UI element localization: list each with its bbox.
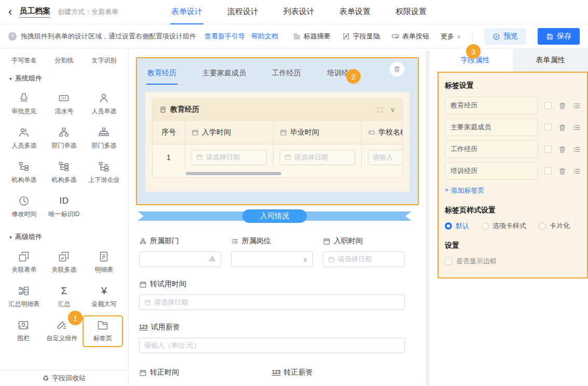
end-date-input[interactable]: 请选择日期 <box>280 150 355 165</box>
trash-icon[interactable] <box>558 124 566 131</box>
component-divider-line[interactable]: 分割线 <box>44 56 84 65</box>
component-department-single[interactable]: 部门单选 <box>44 126 84 150</box>
field-visibility-button[interactable]: 字段显隐 <box>342 32 380 41</box>
component-summary-detail-table[interactable]: 汇总明细表 <box>4 285 44 309</box>
widget-tab-education[interactable]: 教育经历 <box>146 63 177 85</box>
section-system-components[interactable]: ▾ 系统组件 <box>0 66 128 87</box>
tab-form-properties[interactable]: 表单属性 <box>513 49 588 72</box>
school-name-input[interactable]: 请输入 <box>368 150 403 165</box>
widget-tab-work[interactable]: 工作经历 <box>271 63 302 85</box>
component-label: 关联多选 <box>51 265 76 274</box>
tab-flow-design[interactable]: 流程设计 <box>226 0 259 24</box>
list-settings-icon[interactable] <box>573 124 581 131</box>
placeholder-text: 请选择日期 <box>206 153 240 162</box>
trial-salary-input[interactable]: 请输入（单位:元） <box>139 338 405 353</box>
guide-link[interactable]: 查看新手引导 <box>204 32 245 41</box>
component-org-single[interactable]: 机构单选 <box>4 161 44 184</box>
trash-icon[interactable] <box>558 145 566 153</box>
show-border-option[interactable]: 是否显示边框 <box>445 257 581 266</box>
component-unique-id[interactable]: ID 唯一标识ID <box>44 195 84 219</box>
placeholder-text: 请输入（单位:元） <box>144 341 200 350</box>
component-person-single[interactable]: 人员单选 <box>84 92 124 116</box>
preview-button[interactable]: 预览 <box>484 28 526 45</box>
row-index: 1 <box>167 153 171 162</box>
tab-label-input-education[interactable]: 教育经历 <box>445 97 538 114</box>
tab-label-row: 培训经历 <box>445 162 581 180</box>
tab-label-checkbox[interactable] <box>544 124 552 131</box>
form-designer-app: ‹ 员工档案 创建方式：全新表单 表单设计 流程设计 列表设计 表单设置 权限设… <box>0 0 588 386</box>
more-button[interactable]: 更多 ∨ <box>441 32 461 41</box>
section-advanced-components[interactable]: ▾ 高级组件 <box>0 224 128 246</box>
calendar-icon <box>192 129 199 136</box>
tab-content-panel: 教育经历 ∨ 序号 入学时间 <box>145 92 409 192</box>
tab-list-design[interactable]: 列表设计 <box>282 0 316 24</box>
page-title[interactable]: 员工档案 <box>19 6 50 18</box>
add-tab-link[interactable]: + 添加标签页 <box>445 186 581 195</box>
field-recycle-bin[interactable]: ♻ 字段回收站 <box>0 370 128 386</box>
form-buttons-button[interactable]: 表单按钮 <box>391 32 429 41</box>
component-label: 机构单选 <box>11 176 36 184</box>
canvas-scrollbar[interactable] <box>426 51 430 386</box>
component-serial-number[interactable]: 流水号 <box>44 92 84 116</box>
widget-tab-family[interactable]: 主要家庭成员 <box>201 63 247 85</box>
save-button[interactable]: 保存 <box>538 28 580 45</box>
back-icon[interactable]: ‹ <box>8 7 12 17</box>
delete-widget-button[interactable] <box>390 62 404 76</box>
title-summary-button[interactable]: 标题摘要 <box>293 32 331 41</box>
docs-link[interactable]: 帮助文档 <box>251 32 278 41</box>
step-badge-1: 1 <box>68 311 83 325</box>
form-buttons-icon <box>391 32 400 41</box>
component-amount-in-words[interactable]: ¥ 金额大写 <box>84 285 124 309</box>
trash-icon[interactable] <box>558 102 566 110</box>
radio-tab-card-style[interactable]: 选项卡样式 <box>482 221 526 231</box>
component-label: 金额大写 <box>91 300 116 309</box>
component-summary[interactable]: Σ 汇总 <box>44 285 84 309</box>
field-regular-salary: 123 转正薪资 <box>272 368 405 383</box>
trash-icon[interactable] <box>558 167 566 175</box>
component-label: 手写签名 <box>11 56 36 65</box>
tab-label-input-training[interactable]: 培训经历 <box>445 162 538 180</box>
department-input[interactable] <box>139 251 221 267</box>
collapse-chevron-icon[interactable]: ∨ <box>390 106 395 114</box>
tab-form-settings[interactable]: 表单设置 <box>338 0 372 24</box>
start-date-input[interactable]: 请选择日期 <box>192 150 267 165</box>
component-approval-comment[interactable]: 审批意见 <box>4 92 44 116</box>
show-border-checkbox[interactable] <box>445 258 452 265</box>
component-person-multi[interactable]: 人员多选 <box>4 126 44 150</box>
component-department-multi[interactable]: 部门多选 <box>84 126 124 150</box>
tab-permission-settings[interactable]: 权限设置 <box>394 0 428 24</box>
org-chart-icon <box>139 237 147 245</box>
list-settings-icon[interactable] <box>573 102 581 110</box>
component-label: 人员单选 <box>91 107 116 116</box>
tab-label-checkbox[interactable] <box>544 167 552 175</box>
tab-label-checkbox[interactable] <box>544 102 552 109</box>
chevron-down-icon: ∨ <box>303 256 308 263</box>
tab-form-design[interactable]: 表单设计 <box>170 0 203 24</box>
field-join-date: 入职时间 请选择日期 <box>323 236 405 267</box>
component-linked-form[interactable]: 关联表单 <box>4 250 44 274</box>
component-modified-time[interactable]: 修改时间 <box>4 195 44 219</box>
component-upstream-downstream[interactable]: 上下游企业 <box>84 161 124 184</box>
join-date-input[interactable]: 请选择日期 <box>323 251 405 267</box>
list-settings-icon[interactable] <box>573 167 581 175</box>
section-ribbon[interactable]: 入司情况 <box>138 209 412 223</box>
radio-cardized[interactable]: 卡片化 <box>539 221 570 231</box>
component-fence[interactable]: 围栏 <box>4 319 43 343</box>
radio-default[interactable]: 默认 <box>445 221 469 231</box>
tab-label-input-family[interactable]: 主要家庭成员 <box>445 118 538 136</box>
form-buttons-label: 表单按钮 <box>402 32 429 41</box>
component-detail-table[interactable]: 明细表 <box>84 250 124 274</box>
component-text-recognition[interactable]: 文字识别 <box>84 56 124 65</box>
component-tab-page[interactable]: 标签页 <box>84 316 122 346</box>
component-handwritten-signature[interactable]: 手写签名 <box>4 56 44 65</box>
list-settings-icon[interactable] <box>573 145 581 153</box>
tab-label-checkbox[interactable] <box>544 145 552 153</box>
component-org-multi[interactable]: 机构多选 <box>44 161 84 184</box>
expand-icon[interactable] <box>377 107 384 113</box>
horizontal-scrollbar[interactable] <box>186 172 281 175</box>
component-linked-multi[interactable]: 关联多选 <box>44 250 84 274</box>
trial-date-input[interactable]: 请选择日期 <box>139 295 405 310</box>
tab-widget-selected[interactable]: 教育经历 主要家庭成员 工作经历 培训经历 教育经历 ∨ <box>136 57 419 205</box>
position-select[interactable]: ∨ <box>231 251 313 267</box>
tab-label-input-work[interactable]: 工作经历 <box>445 140 538 158</box>
